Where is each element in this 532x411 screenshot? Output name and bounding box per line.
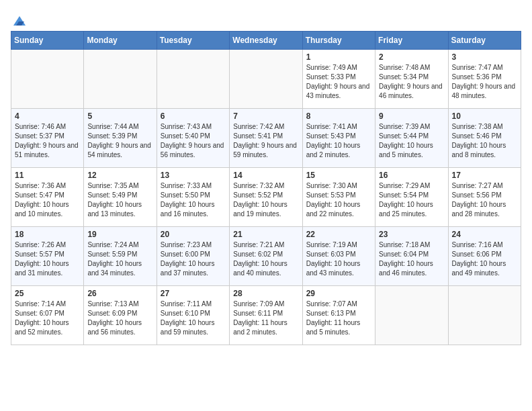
day-sunrise: Sunrise: 7:38 AM [452, 122, 517, 132]
day-daylight: Daylight: 10 hours and 5 minutes. [379, 141, 444, 160]
calendar-cell: 15 Sunrise: 7:30 AM Sunset: 5:53 PM Dayl… [302, 168, 375, 227]
day-sunrise: Sunrise: 7:19 AM [306, 240, 371, 250]
day-sunset: Sunset: 5:41 PM [233, 132, 298, 141]
calendar-cell: 26 Sunrise: 7:13 AM Sunset: 6:09 PM Dayl… [84, 286, 157, 345]
calendar-cell: 23 Sunrise: 7:18 AM Sunset: 6:04 PM Dayl… [375, 227, 448, 286]
day-number: 7 [233, 111, 298, 121]
day-sunset: Sunset: 6:04 PM [379, 250, 444, 259]
day-sunset: Sunset: 6:00 PM [161, 250, 226, 259]
day-sunrise: Sunrise: 7:46 AM [15, 122, 80, 132]
day-number: 21 [233, 230, 298, 239]
day-number: 27 [161, 289, 226, 298]
day-number: 4 [15, 111, 80, 121]
day-number: 14 [233, 171, 298, 180]
calendar-cell: 24 Sunrise: 7:16 AM Sunset: 6:06 PM Dayl… [448, 227, 521, 286]
day-sunrise: Sunrise: 7:13 AM [87, 300, 152, 309]
calendar-cell: 19 Sunrise: 7:24 AM Sunset: 5:59 PM Dayl… [84, 227, 157, 286]
day-sunset: Sunset: 6:07 PM [15, 309, 80, 318]
calendar-cell: 28 Sunrise: 7:09 AM Sunset: 6:11 PM Dayl… [230, 286, 302, 345]
day-number: 13 [161, 171, 226, 180]
day-sunrise: Sunrise: 7:32 AM [233, 181, 298, 191]
calendar-cell: 17 Sunrise: 7:27 AM Sunset: 5:56 PM Dayl… [448, 168, 521, 227]
calendar-cell: 11 Sunrise: 7:36 AM Sunset: 5:47 PM Dayl… [11, 168, 84, 227]
day-daylight: Daylight: 10 hours and 16 minutes. [161, 200, 226, 219]
calendar-cell: 21 Sunrise: 7:21 AM Sunset: 6:02 PM Dayl… [230, 227, 302, 286]
day-daylight: Daylight: 10 hours and 46 minutes. [379, 259, 444, 278]
day-sunrise: Sunrise: 7:30 AM [306, 181, 371, 191]
day-sunrise: Sunrise: 7:27 AM [452, 181, 517, 191]
day-number: 25 [15, 289, 80, 298]
day-number: 24 [452, 230, 517, 239]
day-daylight: Daylight: 10 hours and 49 minutes. [452, 259, 517, 278]
calendar-cell: 4 Sunrise: 7:46 AM Sunset: 5:37 PM Dayli… [11, 109, 84, 168]
day-daylight: Daylight: 10 hours and 8 minutes. [452, 141, 517, 160]
day-sunrise: Sunrise: 7:48 AM [379, 63, 444, 73]
day-daylight: Daylight: 10 hours and 25 minutes. [379, 200, 444, 219]
day-sunset: Sunset: 5:40 PM [161, 132, 226, 141]
day-sunrise: Sunrise: 7:11 AM [161, 300, 226, 309]
day-sunset: Sunset: 6:11 PM [233, 309, 298, 318]
day-daylight: Daylight: 10 hours and 56 minutes. [87, 318, 152, 337]
calendar-cell: 2 Sunrise: 7:48 AM Sunset: 5:34 PM Dayli… [375, 50, 448, 109]
day-sunset: Sunset: 5:49 PM [87, 191, 152, 200]
week-row-1: 1 Sunrise: 7:49 AM Sunset: 5:33 PM Dayli… [11, 50, 521, 109]
day-sunrise: Sunrise: 7:49 AM [306, 63, 371, 73]
day-sunrise: Sunrise: 7:47 AM [452, 63, 517, 73]
day-sunrise: Sunrise: 7:36 AM [15, 181, 80, 191]
day-sunset: Sunset: 5:52 PM [233, 191, 298, 200]
day-number: 23 [379, 230, 444, 239]
day-sunset: Sunset: 5:34 PM [379, 73, 444, 82]
calendar-cell: 1 Sunrise: 7:49 AM Sunset: 5:33 PM Dayli… [302, 50, 375, 109]
day-daylight: Daylight: 10 hours and 28 minutes. [452, 200, 517, 219]
day-number: 9 [379, 111, 444, 121]
day-sunset: Sunset: 5:59 PM [87, 250, 152, 259]
day-sunset: Sunset: 6:06 PM [452, 250, 517, 259]
day-daylight: Daylight: 10 hours and 13 minutes. [87, 200, 152, 219]
day-sunrise: Sunrise: 7:07 AM [306, 300, 371, 309]
day-sunrise: Sunrise: 7:16 AM [452, 240, 517, 250]
day-sunrise: Sunrise: 7:21 AM [233, 240, 298, 250]
day-number: 11 [15, 171, 80, 180]
calendar-cell [11, 50, 84, 109]
day-number: 12 [87, 171, 152, 180]
calendar-cell: 22 Sunrise: 7:19 AM Sunset: 6:03 PM Dayl… [302, 227, 375, 286]
day-sunset: Sunset: 5:46 PM [452, 132, 517, 141]
day-number: 18 [15, 230, 80, 239]
day-header-saturday: Saturday [448, 32, 521, 50]
day-sunset: Sunset: 5:33 PM [306, 73, 371, 82]
day-sunset: Sunset: 5:57 PM [15, 250, 80, 259]
calendar-cell: 13 Sunrise: 7:33 AM Sunset: 5:50 PM Dayl… [157, 168, 229, 227]
calendar-table: SundayMondayTuesdayWednesdayThursdayFrid… [11, 31, 521, 345]
day-daylight: Daylight: 9 hours and 56 minutes. [161, 141, 226, 160]
calendar-cell: 16 Sunrise: 7:29 AM Sunset: 5:54 PM Dayl… [375, 168, 448, 227]
day-sunrise: Sunrise: 7:29 AM [379, 181, 444, 191]
day-number: 10 [452, 111, 517, 121]
day-number: 3 [452, 52, 517, 62]
day-sunset: Sunset: 6:09 PM [87, 309, 152, 318]
day-sunrise: Sunrise: 7:14 AM [15, 300, 80, 309]
day-daylight: Daylight: 10 hours and 22 minutes. [306, 200, 371, 219]
day-number: 5 [87, 111, 152, 121]
day-sunrise: Sunrise: 7:23 AM [161, 240, 226, 250]
calendar-cell: 29 Sunrise: 7:07 AM Sunset: 6:13 PM Dayl… [302, 286, 375, 345]
calendar-cell: 7 Sunrise: 7:42 AM Sunset: 5:41 PM Dayli… [230, 109, 302, 168]
day-sunset: Sunset: 5:47 PM [15, 191, 80, 200]
calendar-cell: 6 Sunrise: 7:43 AM Sunset: 5:40 PM Dayli… [157, 109, 229, 168]
day-header-monday: Monday [84, 32, 157, 50]
day-daylight: Daylight: 10 hours and 59 minutes. [161, 318, 226, 337]
day-number: 15 [306, 171, 371, 180]
day-sunrise: Sunrise: 7:24 AM [87, 240, 152, 250]
day-daylight: Daylight: 9 hours and 51 minutes. [15, 141, 80, 160]
day-daylight: Daylight: 10 hours and 43 minutes. [306, 259, 371, 278]
day-number: 16 [379, 171, 444, 180]
day-sunrise: Sunrise: 7:26 AM [15, 240, 80, 250]
day-header-friday: Friday [375, 32, 448, 50]
day-number: 26 [87, 289, 152, 298]
day-sunset: Sunset: 6:10 PM [161, 309, 226, 318]
day-daylight: Daylight: 10 hours and 40 minutes. [233, 259, 298, 278]
day-number: 2 [379, 52, 444, 62]
calendar-cell: 5 Sunrise: 7:44 AM Sunset: 5:39 PM Dayli… [84, 109, 157, 168]
week-row-2: 4 Sunrise: 7:46 AM Sunset: 5:37 PM Dayli… [11, 109, 521, 168]
calendar-cell [157, 50, 229, 109]
day-number: 17 [452, 171, 517, 180]
